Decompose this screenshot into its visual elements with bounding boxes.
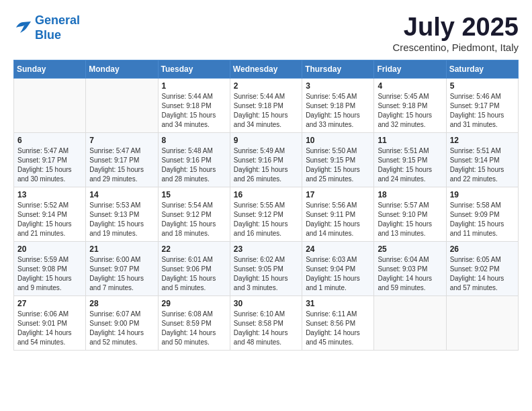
calendar-cell: 9Sunrise: 5:49 AM Sunset: 9:16 PM Daylig… bbox=[230, 132, 302, 187]
calendar-cell: 28Sunrise: 6:07 AM Sunset: 9:00 PM Dayli… bbox=[86, 295, 158, 350]
month-title: July 2025 bbox=[392, 13, 519, 42]
page-header: General Blue July 2025 Crescentino, Pied… bbox=[13, 13, 519, 53]
calendar-cell: 13Sunrise: 5:52 AM Sunset: 9:14 PM Dayli… bbox=[14, 187, 86, 241]
calendar-cell bbox=[14, 78, 86, 132]
day-number: 31 bbox=[306, 299, 370, 308]
day-content: Sunrise: 5:51 AM Sunset: 9:15 PM Dayligh… bbox=[378, 146, 442, 184]
day-content: Sunrise: 5:44 AM Sunset: 9:18 PM Dayligh… bbox=[234, 92, 298, 130]
day-number: 21 bbox=[89, 244, 154, 254]
day-content: Sunrise: 5:57 AM Sunset: 9:10 PM Dayligh… bbox=[378, 201, 442, 238]
day-content: Sunrise: 5:48 AM Sunset: 9:16 PM Dayligh… bbox=[162, 146, 226, 184]
day-number: 29 bbox=[162, 299, 226, 308]
calendar-cell: 5Sunrise: 5:46 AM Sunset: 9:17 PM Daylig… bbox=[446, 78, 518, 132]
calendar-cell: 23Sunrise: 6:02 AM Sunset: 9:05 PM Dayli… bbox=[230, 241, 302, 295]
calendar-cell: 30Sunrise: 6:10 AM Sunset: 8:58 PM Dayli… bbox=[230, 295, 302, 350]
logo-bird-icon bbox=[13, 21, 32, 36]
logo-line2: Blue bbox=[35, 28, 61, 42]
calendar-cell: 8Sunrise: 5:48 AM Sunset: 9:16 PM Daylig… bbox=[158, 132, 230, 187]
calendar-table: SundayMondayTuesdayWednesdayThursdayFrid… bbox=[13, 60, 519, 351]
day-number: 25 bbox=[378, 244, 442, 254]
day-content: Sunrise: 6:11 AM Sunset: 8:56 PM Dayligh… bbox=[306, 310, 370, 347]
calendar-cell: 29Sunrise: 6:08 AM Sunset: 8:59 PM Dayli… bbox=[158, 295, 230, 350]
calendar-cell: 20Sunrise: 5:59 AM Sunset: 9:08 PM Dayli… bbox=[14, 241, 86, 295]
calendar-cell: 14Sunrise: 5:53 AM Sunset: 9:13 PM Dayli… bbox=[86, 187, 158, 241]
day-number: 20 bbox=[17, 244, 82, 254]
weekday-header-thursday: Thursday bbox=[302, 60, 374, 78]
day-content: Sunrise: 5:45 AM Sunset: 9:18 PM Dayligh… bbox=[306, 92, 370, 130]
day-number: 17 bbox=[306, 190, 370, 199]
calendar-cell: 22Sunrise: 6:01 AM Sunset: 9:06 PM Dayli… bbox=[158, 241, 230, 295]
day-content: Sunrise: 5:47 AM Sunset: 9:17 PM Dayligh… bbox=[89, 146, 154, 184]
day-number: 8 bbox=[162, 136, 226, 145]
day-content: Sunrise: 5:45 AM Sunset: 9:18 PM Dayligh… bbox=[378, 92, 442, 130]
calendar-week-row: 6Sunrise: 5:47 AM Sunset: 9:17 PM Daylig… bbox=[14, 132, 519, 187]
calendar-cell: 24Sunrise: 6:03 AM Sunset: 9:04 PM Dayli… bbox=[302, 241, 374, 295]
day-content: Sunrise: 6:06 AM Sunset: 9:01 PM Dayligh… bbox=[17, 310, 82, 347]
calendar-cell bbox=[86, 78, 158, 132]
day-number: 23 bbox=[234, 244, 298, 254]
day-content: Sunrise: 6:08 AM Sunset: 8:59 PM Dayligh… bbox=[162, 310, 226, 347]
day-content: Sunrise: 5:52 AM Sunset: 9:14 PM Dayligh… bbox=[17, 201, 82, 238]
day-content: Sunrise: 5:46 AM Sunset: 9:17 PM Dayligh… bbox=[450, 92, 515, 130]
weekday-header-friday: Friday bbox=[374, 60, 446, 78]
day-number: 15 bbox=[162, 190, 226, 199]
day-number: 10 bbox=[306, 136, 370, 145]
day-content: Sunrise: 6:04 AM Sunset: 9:03 PM Dayligh… bbox=[378, 255, 442, 293]
calendar-cell: 18Sunrise: 5:57 AM Sunset: 9:10 PM Dayli… bbox=[374, 187, 446, 241]
calendar-cell: 19Sunrise: 5:58 AM Sunset: 9:09 PM Dayli… bbox=[446, 187, 518, 241]
day-number: 3 bbox=[306, 81, 370, 91]
day-number: 12 bbox=[450, 136, 515, 145]
day-number: 2 bbox=[234, 81, 298, 91]
day-number: 18 bbox=[378, 190, 442, 199]
day-content: Sunrise: 6:03 AM Sunset: 9:04 PM Dayligh… bbox=[306, 255, 370, 293]
calendar-cell bbox=[374, 295, 446, 350]
calendar-cell: 31Sunrise: 6:11 AM Sunset: 8:56 PM Dayli… bbox=[302, 295, 374, 350]
day-content: Sunrise: 6:10 AM Sunset: 8:58 PM Dayligh… bbox=[234, 310, 298, 347]
calendar-week-row: 1Sunrise: 5:44 AM Sunset: 9:18 PM Daylig… bbox=[14, 78, 519, 132]
weekday-header-wednesday: Wednesday bbox=[230, 60, 302, 78]
day-number: 1 bbox=[162, 81, 226, 91]
weekday-header-saturday: Saturday bbox=[446, 60, 518, 78]
day-content: Sunrise: 5:55 AM Sunset: 9:12 PM Dayligh… bbox=[234, 201, 298, 238]
calendar-week-row: 27Sunrise: 6:06 AM Sunset: 9:01 PM Dayli… bbox=[14, 295, 519, 350]
calendar-cell: 16Sunrise: 5:55 AM Sunset: 9:12 PM Dayli… bbox=[230, 187, 302, 241]
logo: General Blue bbox=[13, 13, 80, 42]
calendar-cell bbox=[446, 295, 518, 350]
day-content: Sunrise: 5:51 AM Sunset: 9:14 PM Dayligh… bbox=[450, 146, 515, 184]
calendar-week-row: 20Sunrise: 5:59 AM Sunset: 9:08 PM Dayli… bbox=[14, 241, 519, 295]
calendar-cell: 25Sunrise: 6:04 AM Sunset: 9:03 PM Dayli… bbox=[374, 241, 446, 295]
day-number: 13 bbox=[17, 190, 82, 199]
calendar-cell: 10Sunrise: 5:50 AM Sunset: 9:15 PM Dayli… bbox=[302, 132, 374, 187]
day-content: Sunrise: 6:05 AM Sunset: 9:02 PM Dayligh… bbox=[450, 255, 515, 293]
weekday-header-row: SundayMondayTuesdayWednesdayThursdayFrid… bbox=[14, 60, 519, 78]
day-number: 11 bbox=[378, 136, 442, 145]
day-number: 16 bbox=[234, 190, 298, 199]
day-content: Sunrise: 6:01 AM Sunset: 9:06 PM Dayligh… bbox=[162, 255, 226, 293]
weekday-header-monday: Monday bbox=[86, 60, 158, 78]
calendar-cell: 15Sunrise: 5:54 AM Sunset: 9:12 PM Dayli… bbox=[158, 187, 230, 241]
day-number: 24 bbox=[306, 244, 370, 254]
day-number: 26 bbox=[450, 244, 515, 254]
location: Crescentino, Piedmont, Italy bbox=[392, 42, 519, 53]
day-number: 9 bbox=[234, 136, 298, 145]
day-number: 7 bbox=[89, 136, 154, 145]
calendar-cell: 26Sunrise: 6:05 AM Sunset: 9:02 PM Dayli… bbox=[446, 241, 518, 295]
day-content: Sunrise: 5:54 AM Sunset: 9:12 PM Dayligh… bbox=[162, 201, 226, 238]
calendar-cell: 7Sunrise: 5:47 AM Sunset: 9:17 PM Daylig… bbox=[86, 132, 158, 187]
logo-text-block: General Blue bbox=[35, 13, 80, 42]
day-number: 28 bbox=[89, 299, 154, 308]
calendar-cell: 3Sunrise: 5:45 AM Sunset: 9:18 PM Daylig… bbox=[302, 78, 374, 132]
day-content: Sunrise: 5:47 AM Sunset: 9:17 PM Dayligh… bbox=[17, 146, 82, 184]
day-number: 4 bbox=[378, 81, 442, 91]
calendar-week-row: 13Sunrise: 5:52 AM Sunset: 9:14 PM Dayli… bbox=[14, 187, 519, 241]
logo-line1: General bbox=[35, 13, 80, 27]
day-content: Sunrise: 6:00 AM Sunset: 9:07 PM Dayligh… bbox=[89, 255, 154, 293]
calendar-cell: 17Sunrise: 5:56 AM Sunset: 9:11 PM Dayli… bbox=[302, 187, 374, 241]
day-number: 5 bbox=[450, 81, 515, 91]
calendar-cell: 11Sunrise: 5:51 AM Sunset: 9:15 PM Dayli… bbox=[374, 132, 446, 187]
calendar-cell: 6Sunrise: 5:47 AM Sunset: 9:17 PM Daylig… bbox=[14, 132, 86, 187]
calendar-cell: 4Sunrise: 5:45 AM Sunset: 9:18 PM Daylig… bbox=[374, 78, 446, 132]
day-content: Sunrise: 5:53 AM Sunset: 9:13 PM Dayligh… bbox=[89, 201, 154, 238]
day-content: Sunrise: 5:56 AM Sunset: 9:11 PM Dayligh… bbox=[306, 201, 370, 238]
day-content: Sunrise: 6:07 AM Sunset: 9:00 PM Dayligh… bbox=[89, 310, 154, 347]
